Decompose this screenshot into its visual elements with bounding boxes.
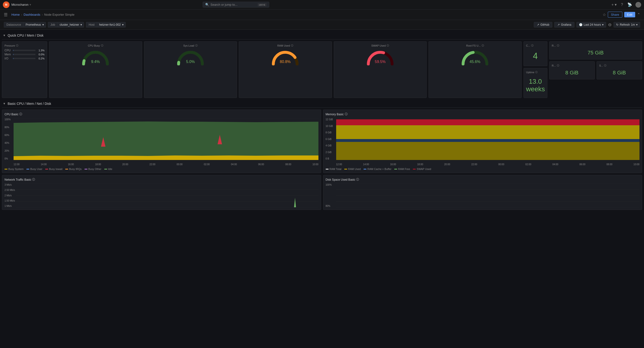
uptime-value: 13.0 weeks xyxy=(526,75,545,95)
svg-marker-31 xyxy=(294,198,296,207)
info-icon-7[interactable]: ⓘ xyxy=(531,44,534,47)
refresh-controls[interactable]: ↻ Refresh 1m ▾ xyxy=(614,22,640,27)
info-icon-10[interactable]: ⓘ xyxy=(557,64,559,67)
grafana-button[interactable]: ↗ Grafana xyxy=(554,22,574,27)
svg-marker-12 xyxy=(14,156,318,160)
disk-chart-svg xyxy=(336,183,640,207)
svg-marker-24 xyxy=(336,139,640,142)
pressure-mem-row: Mem 0.0% xyxy=(4,53,44,56)
github-button[interactable]: ↗ GitHub xyxy=(534,22,552,27)
job-label: Job xyxy=(48,22,58,27)
notifications-button[interactable]: 📡 xyxy=(626,1,633,8)
mem-bar-wrap xyxy=(13,54,36,55)
legend-dot xyxy=(4,169,8,170)
star-button[interactable]: ☆ xyxy=(602,12,606,17)
job-select[interactable]: cluster_hetzner ▾ xyxy=(58,22,84,27)
legend-dot-4 xyxy=(65,169,68,170)
svg-text:80.8%: 80.8% xyxy=(280,60,291,64)
legend-dot-2 xyxy=(26,169,29,170)
toolbar-right: ↗ GitHub ↗ Grafana 🕐 Last 24 hours ▾ ⊖ ↻… xyxy=(534,22,640,27)
sys-load-panel: Sys Load ⓘ 5.0% xyxy=(144,41,237,98)
r1-panel: R... ⓘ 75 GiB xyxy=(549,41,642,59)
legend-busy-user: Busy User xyxy=(26,168,42,171)
legend-busy-system: Busy System xyxy=(4,168,24,171)
hamburger-menu[interactable]: ☰ xyxy=(4,12,8,17)
host-label: Host xyxy=(86,22,97,27)
zoom-out-button[interactable]: ⊖ xyxy=(608,22,612,27)
avatar[interactable] xyxy=(636,2,641,7)
breadcrumb-dashboards[interactable]: Dashboards xyxy=(24,13,40,16)
section-basic[interactable]: ▼ Basic CPU / Mem / Net / Disk xyxy=(2,100,642,108)
legend-ram-cache: RAM Cache + Buffer xyxy=(364,168,392,171)
svg-text:45.6%: 45.6% xyxy=(470,60,480,64)
info-icon[interactable]: ⓘ xyxy=(16,44,18,47)
pressure-cpu-row: CPU 1.3% xyxy=(4,49,44,52)
toolbar: Datasource Prometheus ▾ Job cluster_hetz… xyxy=(0,20,644,30)
cpu-busy-gauge: 9.4% xyxy=(81,49,110,65)
net-chart-svg xyxy=(16,183,318,207)
disk-space-panel: Disk Space Used Basic ⓘ 100% 80% xyxy=(323,175,642,210)
cpu-x-labels: 12:00 14:00 16:00 18:00 20:00 22:00 00:0… xyxy=(14,163,318,166)
info-icon-12[interactable]: ⓘ xyxy=(19,112,22,116)
info-icon-13[interactable]: ⓘ xyxy=(345,112,348,116)
info-icon-11[interactable]: ⓘ xyxy=(604,64,606,67)
datasource-select[interactable]: Prometheus ▾ xyxy=(23,22,46,27)
cpu-chart-svg xyxy=(14,118,318,160)
legend-dot-7 xyxy=(326,169,328,170)
share-button[interactable]: Share xyxy=(608,12,622,17)
info-icon-4[interactable]: ⓘ xyxy=(291,44,293,47)
cpu-bar-wrap xyxy=(13,50,36,51)
help-button[interactable]: ? xyxy=(620,2,624,8)
expand-button[interactable]: ⌃ xyxy=(637,12,640,17)
disk-chart-area: 100% 80% xyxy=(326,183,640,207)
legend-dot-11 xyxy=(413,169,416,170)
legend-dot-3 xyxy=(45,169,48,170)
search-bar[interactable]: 🔍 Search or jump to... ctrl+k xyxy=(202,2,269,7)
info-icon-5[interactable]: ⓘ xyxy=(387,44,389,47)
legend-busy-irqs: Busy IRQs xyxy=(65,168,82,171)
info-icon-6[interactable]: ⓘ xyxy=(482,44,484,47)
c-panel: C... ⓘ 4 xyxy=(524,41,547,66)
cpu-bar xyxy=(13,50,13,51)
info-icon-15[interactable]: ⓘ xyxy=(356,177,359,181)
svg-marker-23 xyxy=(336,125,640,139)
time-range-picker[interactable]: 🕐 Last 24 hours ▾ xyxy=(576,22,606,27)
cpu-busy-panel: CPU Busy ⓘ 9.4% xyxy=(49,41,142,98)
legend-dot-8 xyxy=(344,169,347,170)
r2s1-row: R... ⓘ 8 GiB S... ⓘ 8 GiB xyxy=(549,61,642,79)
info-icon-2[interactable]: ⓘ xyxy=(101,44,103,47)
section-quick[interactable]: ▼ Quick CPU / Mem / Disk xyxy=(2,32,642,39)
legend-swap-used: SWAP Used xyxy=(413,168,431,171)
svg-text:59.5%: 59.5% xyxy=(375,60,386,64)
root-fs-panel: Root FS U... ⓘ 45.6% xyxy=(428,41,522,98)
new-button[interactable]: + ▾ xyxy=(610,1,618,8)
svg-marker-25 xyxy=(336,142,640,160)
cpu-basic-chart-panel: CPU Basic ⓘ 100% 80% 60% 40% 20% 0% xyxy=(2,110,321,173)
info-icon-14[interactable]: ⓘ xyxy=(32,177,35,181)
r2-value: 8 GiB xyxy=(552,69,592,77)
refresh-icon: ↻ xyxy=(616,23,618,26)
legend-dot-5 xyxy=(84,169,87,170)
info-icon-8[interactable]: ⓘ xyxy=(535,71,538,74)
collapse-icon: ▼ xyxy=(3,34,6,37)
host-select[interactable]: hetzner-fsn1-002 ▾ xyxy=(97,22,126,27)
search-icon: 🔍 xyxy=(205,3,209,6)
cpu-legend: Busy System Busy User Busy Iowait Busy I… xyxy=(4,168,318,171)
mem-basic-chart-panel: Memory Basic ⓘ 12 GiB 10 GiB 8 GiB 6 GiB… xyxy=(323,110,642,173)
r2-panel: R... ⓘ 8 GiB xyxy=(549,61,595,79)
legend-busy-other: Busy Other xyxy=(84,168,102,171)
info-icon-3[interactable]: ⓘ xyxy=(195,44,198,47)
quick-stats-row: Pressure ⓘ CPU 1.3% Mem 0.0% I/O xyxy=(2,41,642,98)
ram-used-panel: RAM Used ⓘ 80.8% xyxy=(239,41,332,98)
net-chart-area: 3 Mb/s 2.50 Mb/s 2 Mb/s 1.50 Mb/s 1 Mb/s xyxy=(4,183,318,207)
info-icon-9[interactable]: ⓘ xyxy=(557,44,559,47)
root-fs-gauge: 45.6% xyxy=(461,49,489,65)
dashboard: ▼ Quick CPU / Mem / Disk Pressure ⓘ CPU … xyxy=(0,30,644,212)
legend-dot-6 xyxy=(104,169,107,170)
mem-chart-svg xyxy=(336,118,640,160)
edit-button[interactable]: Edit xyxy=(624,12,635,17)
svg-text:9.4%: 9.4% xyxy=(91,60,100,64)
cpu-y-labels: 100% 80% 60% 40% 20% 0% xyxy=(4,118,14,160)
svg-text:5.0%: 5.0% xyxy=(186,60,195,64)
breadcrumb-home[interactable]: Home xyxy=(12,13,20,16)
